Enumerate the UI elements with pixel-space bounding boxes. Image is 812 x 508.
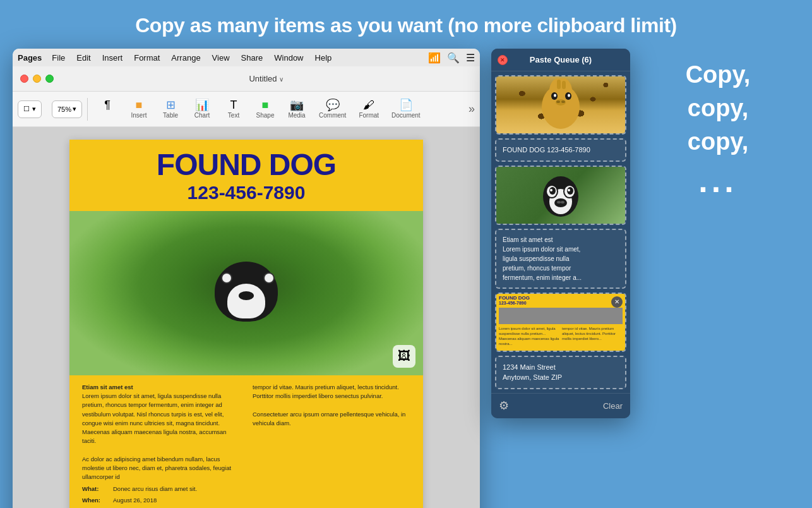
toolbar-format-btn[interactable]: 🖌 Format xyxy=(354,95,384,124)
toolbar-text-format-btn[interactable]: ¶ xyxy=(93,95,122,124)
shape-icon: ■ xyxy=(262,99,269,111)
menubar-help[interactable]: Help xyxy=(310,52,337,64)
svg-point-10 xyxy=(561,100,565,103)
menubar-edit[interactable]: Edit xyxy=(71,52,95,64)
media-icon: 📷 xyxy=(290,99,304,111)
toolbar-text-btn[interactable]: T Text xyxy=(219,95,248,124)
menubar-insert[interactable]: Insert xyxy=(97,52,128,64)
toolbar-chart-btn[interactable]: 📊 Chart xyxy=(188,95,217,124)
poster-phone: 123-456-7890 xyxy=(82,182,410,203)
svg-rect-3 xyxy=(562,81,566,89)
poster-what-val: Donec arcu risus diam amet sit. xyxy=(113,485,197,493)
svg-point-19 xyxy=(554,198,567,207)
paste-queue-item[interactable]: FOUND DOG 123-456-7890 Lorem ipsum dolor… xyxy=(495,293,626,352)
text-format-icon: ¶ xyxy=(104,99,110,111)
svg-point-5 xyxy=(554,94,556,97)
svg-point-9 xyxy=(556,100,560,103)
document-page: FOUND DOG 123-456-7890 🖼 xyxy=(69,140,423,508)
pages-window: Pages File Edit Insert Format Arrange Vi… xyxy=(13,49,480,508)
giraffe-image xyxy=(496,76,625,133)
paste-queue-item[interactable]: 1234 Main StreetAnytown, State ZIP xyxy=(495,356,626,389)
svg-point-7 xyxy=(568,94,570,97)
svg-point-15 xyxy=(550,189,552,191)
poster-body: Etiam sit amet est Lorem ipsum dolor sit… xyxy=(69,375,423,508)
toolbar-table-btn[interactable]: ⊞ Table xyxy=(156,95,185,124)
right-copy-line1: Copy, xyxy=(686,61,751,88)
boston-photo xyxy=(69,211,423,375)
chart-icon: 📊 xyxy=(195,99,209,111)
boston-image xyxy=(496,167,625,224)
toolbar-comment-btn[interactable]: 💬 Comment xyxy=(314,95,351,124)
chart-label: Chart xyxy=(194,112,210,119)
toolbar-more-btn[interactable]: » xyxy=(469,102,475,116)
svg-point-18 xyxy=(568,189,570,191)
toolbar-insert-label-dummy xyxy=(107,112,109,119)
insert-label: Insert xyxy=(131,112,147,119)
paste-queue-item[interactable]: FOUND DOG 123-456-7890 xyxy=(495,138,626,162)
menubar-search-icon[interactable]: 🔍 xyxy=(447,52,460,64)
table-icon: ⊞ xyxy=(166,99,176,111)
menubar-app-name[interactable]: Pages xyxy=(18,53,42,63)
zoom-value: 75% xyxy=(57,106,71,113)
menubar-arrange[interactable]: Arrange xyxy=(166,52,205,64)
menubar-list-icon[interactable]: ☰ xyxy=(466,52,475,64)
maximize-button[interactable] xyxy=(45,75,54,83)
paste-queue-item[interactable]: Etiam sit amet estLorem ipsum dolor sit … xyxy=(495,229,626,289)
menubar-window[interactable]: Window xyxy=(269,52,308,64)
minimize-button[interactable] xyxy=(33,75,41,83)
view-dropdown-icon: ▾ xyxy=(32,105,36,113)
poster-body-title: Etiam sit amet est xyxy=(82,384,133,390)
paste-queue-item[interactable] xyxy=(495,75,626,135)
poster-what-label: What: xyxy=(82,485,110,493)
paste-queue-close-btn[interactable]: ✕ xyxy=(498,55,508,65)
paste-queue-item-delete-btn[interactable]: ✕ xyxy=(611,296,623,308)
paste-queue-text-found-dog: FOUND DOG 123-456-7890 xyxy=(496,140,625,160)
right-copy-line2: copy, xyxy=(688,95,748,122)
paste-queue-items[interactable]: FOUND DOG 123-456-7890 xyxy=(491,71,630,393)
traffic-lights xyxy=(20,75,54,83)
view-icon: ☐ xyxy=(23,105,30,113)
toolbar: ☐ ▾ 75% ▾ ¶ ■ Insert ⊞ Table 📊 xyxy=(13,92,480,127)
toolbar-document-btn[interactable]: 📄 Document xyxy=(386,95,426,124)
format-paintbrush-icon: 🖌 xyxy=(363,99,374,111)
poster-left-body: Etiam sit amet est Lorem ipsum dolor sit… xyxy=(82,383,240,508)
toolbar-insert-btn[interactable]: ■ Insert xyxy=(124,95,153,124)
poster-title: FOUND DOG xyxy=(82,148,410,182)
toolbar-media-btn[interactable]: 📷 Media xyxy=(282,95,311,124)
shape-label: Shape xyxy=(256,112,275,119)
menubar-view[interactable]: View xyxy=(207,52,235,64)
poster-what-row: What: Donec arcu risus diam amet sit. xyxy=(82,485,240,493)
close-button[interactable] xyxy=(20,75,28,83)
paste-queue-address-text: 1234 Main StreetAnytown, State ZIP xyxy=(496,357,625,388)
toolbar-zoom-btn[interactable]: 75% ▾ xyxy=(52,100,82,118)
document-icon: 📄 xyxy=(399,99,413,111)
paste-queue-gear-btn[interactable]: ⚙ xyxy=(499,399,509,413)
menubar-wifi-icon: 📶 xyxy=(428,52,441,64)
poster-right-body: tempor id vitae. Mauris pretium aliquet,… xyxy=(253,383,410,508)
dog-face xyxy=(208,258,284,328)
right-copy-line3: copy, xyxy=(688,128,748,155)
format-label: Format xyxy=(359,112,379,119)
window-title: Untitled∨ xyxy=(60,74,472,83)
paste-queue-lorem-text: Etiam sit amet estLorem ipsum dolor sit … xyxy=(496,230,625,287)
toolbar-divider-1 xyxy=(87,98,88,121)
zoom-dropdown-icon: ▾ xyxy=(73,105,76,113)
paste-queue-footer: ⚙ Clear xyxy=(491,393,630,418)
giraffe-svg xyxy=(535,78,586,132)
paste-queue-clear-btn[interactable]: Clear xyxy=(603,401,623,411)
window-titlebar: Untitled∨ xyxy=(13,66,480,92)
toolbar-view-btn[interactable]: ☐ ▾ xyxy=(18,100,42,118)
table-label: Table xyxy=(163,112,178,119)
menubar-share[interactable]: Share xyxy=(236,52,268,64)
toolbar-shape-btn[interactable]: ■ Shape xyxy=(251,95,280,124)
menubar-format[interactable]: Format xyxy=(129,52,165,64)
svg-point-21 xyxy=(561,201,564,203)
svg-rect-2 xyxy=(557,80,561,89)
photo-badge-icon: 🖼 xyxy=(393,345,415,368)
document-label: Document xyxy=(391,112,421,119)
insert-icon: ■ xyxy=(136,99,143,111)
paste-queue-item[interactable] xyxy=(495,166,626,225)
paste-queue-header: ✕ Paste Queue (6) xyxy=(491,49,630,71)
menubar-file[interactable]: File xyxy=(47,52,70,64)
right-copy-dots: ... xyxy=(698,162,737,200)
